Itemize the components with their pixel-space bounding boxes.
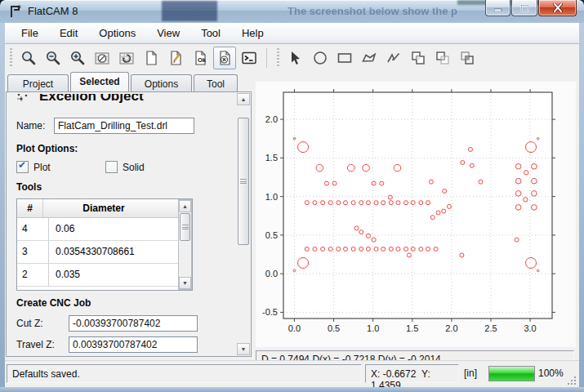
name-label: Name:	[16, 120, 54, 131]
table-scroll-up-icon[interactable]: ▲	[179, 200, 191, 212]
svg-text:0.0: 0.0	[265, 269, 278, 278]
tool-diameter: 0.0354330708661	[49, 241, 176, 263]
drill-plot[interactable]: 0.00.51.01.52.02.53.0-0.50.00.51.01.52.0	[256, 82, 576, 347]
tools-table: # Diameter 40.0630.035433070866120.035 ▲…	[16, 198, 193, 291]
flatcam-logo-icon	[8, 4, 23, 19]
tab-project[interactable]: Project	[7, 74, 69, 91]
glass-reflection	[162, 1, 217, 21]
menu-bar: FileEditOptionsViewToolHelp	[5, 23, 579, 44]
progress-percent: 100%	[538, 368, 564, 379]
plot-options-label: Plot Options:	[16, 143, 78, 154]
status-message: Defaults saved.	[7, 364, 362, 383]
main-content: Excellon Object Name: Plot Options: Plot…	[5, 91, 579, 360]
cut-z-label: Cut Z:	[16, 318, 69, 329]
update-geometry-icon[interactable]: Ok	[189, 47, 212, 69]
tools-table-header[interactable]: # Diameter	[17, 199, 192, 218]
svg-text:0.0: 0.0	[288, 323, 301, 333]
create-cnc-job-heading: Create CNC Job	[16, 297, 91, 309]
tab-options[interactable]: Options	[131, 74, 192, 91]
status-bar: Defaults saved. X: -0.6672 Y: 1.4359 [in…	[5, 360, 579, 388]
select-icon[interactable]	[284, 47, 307, 69]
panel-scrollbar[interactable]: ▲ ▼	[237, 93, 250, 355]
menu-edit[interactable]: Edit	[51, 24, 86, 42]
svg-text:2.5: 2.5	[484, 323, 497, 333]
toolbar: Ok	[5, 44, 579, 73]
shell-icon[interactable]	[238, 47, 261, 69]
plot-checkbox[interactable]	[16, 161, 29, 173]
svg-text:2.0: 2.0	[445, 323, 457, 333]
window-title: FlatCAM 8	[28, 5, 78, 17]
tool-diameter: 0.06	[49, 218, 176, 240]
svg-text:3.0: 3.0	[524, 323, 536, 333]
background-ghost-text: The screenshot below show the p	[288, 5, 457, 17]
menu-help[interactable]: Help	[234, 24, 272, 42]
menu-file[interactable]: File	[13, 24, 47, 42]
name-input[interactable]	[54, 118, 194, 134]
selected-object-panel: Excellon Object Name: Plot Options: Plot…	[6, 91, 252, 357]
svg-text:1.5: 1.5	[406, 323, 418, 333]
replot-icon[interactable]	[115, 47, 138, 69]
menu-options[interactable]: Options	[91, 24, 144, 42]
zoom-out-icon[interactable]	[42, 47, 65, 69]
window-border-right	[579, 23, 584, 392]
restore-button[interactable]	[511, 0, 537, 16]
panel-scrollbar-thumb[interactable]	[238, 118, 249, 245]
new-project-icon[interactable]	[140, 47, 163, 69]
draw-rectangle-icon[interactable]	[333, 47, 356, 69]
zoom-in-icon[interactable]	[66, 47, 89, 69]
solid-checkbox-label: Solid	[123, 162, 145, 173]
draw-path-icon[interactable]	[382, 47, 405, 69]
edit-geometry-icon[interactable]	[164, 47, 187, 69]
panel-scroll-up-icon[interactable]: ▲	[237, 93, 250, 105]
window-border-bottom	[0, 387, 584, 392]
menu-tool[interactable]: Tool	[193, 24, 229, 42]
col-number[interactable]: #	[17, 199, 43, 217]
table-row[interactable]: 20.035	[17, 264, 192, 287]
svg-text:0.5: 0.5	[328, 323, 340, 333]
progress-bar	[488, 366, 535, 381]
cursor-coordinates: X: -0.6672 Y: 1.4359	[365, 364, 459, 383]
tools-label: Tools	[16, 181, 42, 193]
title-bar[interactable]: The screenshot below show the p FlatCAM …	[0, 0, 584, 23]
svg-text:Ok: Ok	[198, 56, 207, 64]
window-border-left	[0, 23, 5, 392]
table-scroll-down-icon[interactable]: ▼	[179, 277, 191, 289]
subtract-icon[interactable]	[431, 47, 454, 69]
coord-x: X: -0.6672	[371, 368, 416, 380]
svg-text:2.0: 2.0	[265, 114, 278, 124]
travel-z-input[interactable]	[69, 336, 198, 353]
draw-circle-icon[interactable]	[309, 47, 332, 69]
resize-grip-icon[interactable]	[567, 376, 577, 385]
app-window: The screenshot below show the p FlatCAM …	[0, 0, 584, 392]
col-diameter[interactable]: Diameter	[43, 199, 164, 217]
table-row[interactable]: 40.06	[17, 218, 192, 241]
plot-checkbox-label: Plot	[33, 162, 105, 173]
cut-z-input[interactable]	[69, 315, 198, 332]
toolbar-drag-handle[interactable]	[10, 48, 12, 68]
zoom-fit-icon[interactable]	[17, 47, 40, 69]
tab-tool[interactable]: Tool	[194, 74, 238, 91]
svg-text:-0.5: -0.5	[262, 307, 278, 317]
clear-plot-icon[interactable]	[91, 47, 114, 69]
cancel-edit-icon[interactable]	[213, 47, 236, 69]
union-icon[interactable]	[407, 47, 430, 69]
svg-text:0.5: 0.5	[265, 230, 278, 240]
toolbar-drag-handle[interactable]	[277, 48, 279, 68]
svg-text:1.0: 1.0	[265, 192, 278, 202]
excellon-object-icon	[16, 94, 29, 103]
travel-z-label: Travel Z:	[16, 339, 69, 350]
menu-view[interactable]: View	[149, 24, 188, 42]
tool-number: 2	[17, 264, 49, 286]
panel-scroll-down-icon[interactable]: ▼	[237, 343, 250, 355]
table-scrollbar-thumb[interactable]	[180, 213, 190, 241]
svg-text:1.5: 1.5	[265, 153, 278, 163]
table-row[interactable]: 30.0354330708661	[17, 241, 192, 264]
draw-polygon-icon[interactable]	[358, 47, 381, 69]
tab-selected[interactable]: Selected	[70, 72, 129, 91]
minimize-button[interactable]	[485, 0, 510, 16]
table-scrollbar[interactable]: ▲ ▼	[178, 199, 192, 290]
close-button[interactable]	[538, 0, 577, 16]
solid-checkbox[interactable]	[105, 161, 118, 173]
intersect-icon[interactable]	[456, 47, 479, 69]
plot-canvas[interactable]: 0.00.51.01.52.02.53.0-0.50.00.51.01.52.0	[256, 82, 576, 347]
